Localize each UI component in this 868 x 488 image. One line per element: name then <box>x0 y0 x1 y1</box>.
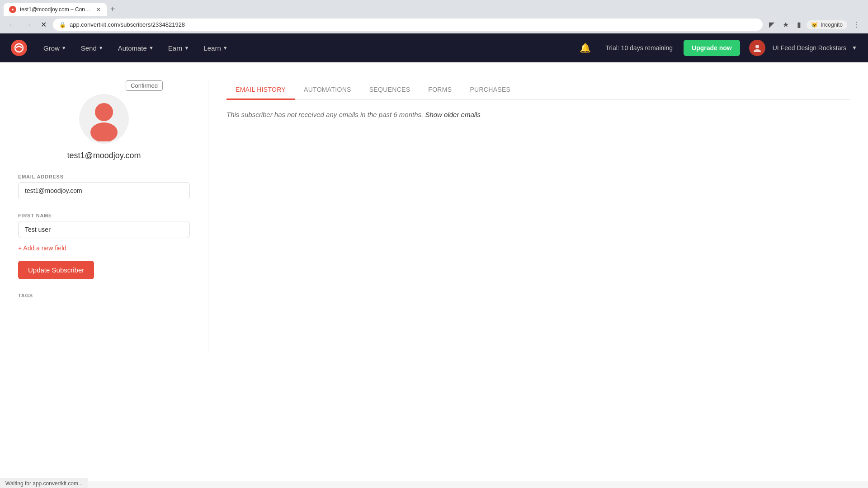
browser-chrome: ● test1@moodjoy.com – ConvertKi ✕ + ← → … <box>0 0 868 33</box>
subscriber-avatar-area: Confirmed test1@moodjoy.com <box>18 80 190 160</box>
tab-purchases[interactable]: PURCHASES <box>461 80 519 100</box>
reload-button[interactable]: ✕ <box>38 19 49 31</box>
first-name-label: FIRST NAME <box>18 213 190 218</box>
browser-nav-bar: ← → ✕ 🔒 app.convertkit.com/subscribers/2… <box>0 16 868 33</box>
learn-chevron-icon: ▼ <box>223 45 228 51</box>
update-subscriber-button[interactable]: Update Subscriber <box>18 261 94 279</box>
incognito-badge: 😿 Incognito <box>807 20 847 29</box>
tabs-row: EMAIL HISTORY AUTOMATIONS SEQUENCES FORM… <box>226 80 850 100</box>
nav-learn-label: Learn <box>203 44 221 52</box>
notifications-bell-icon[interactable]: 🔔 <box>576 39 594 57</box>
nav-grow-label: Grow <box>43 44 60 52</box>
app-logo[interactable] <box>11 40 27 56</box>
subscriber-sidebar: Confirmed test1@moodjoy.com EMAIL ADDRES… <box>18 80 208 352</box>
email-history-empty-text: This subscriber has not received any ema… <box>226 111 423 118</box>
nav-grow[interactable]: Grow ▼ <box>38 41 72 56</box>
trial-text: Trial: 10 days remaining <box>605 44 673 52</box>
earn-chevron-icon: ▼ <box>184 45 189 51</box>
svg-point-0 <box>15 44 23 52</box>
app-nav: Grow ▼ Send ▼ Automate ▼ Earn ▼ Learn ▼ … <box>0 33 868 62</box>
nav-send[interactable]: Send ▼ <box>75 41 109 56</box>
add-field-link[interactable]: + Add a new field <box>18 244 190 252</box>
tab-close-icon[interactable]: ✕ <box>96 6 101 13</box>
tab-favicon: ● <box>9 6 16 13</box>
user-name: UI Feed Design Rockstars <box>773 44 846 52</box>
tab-forms[interactable]: FORMS <box>419 80 461 100</box>
email-address-input[interactable] <box>18 182 190 199</box>
grow-chevron-icon: ▼ <box>61 45 66 51</box>
first-name-input[interactable] <box>18 221 190 238</box>
tab-email-history[interactable]: EMAIL HISTORY <box>226 80 295 100</box>
sidebar-icon[interactable]: ▮ <box>794 19 804 31</box>
nav-earn-label: Earn <box>168 44 183 52</box>
email-history-empty-msg: This subscriber has not received any ema… <box>226 111 850 118</box>
nav-learn[interactable]: Learn ▼ <box>198 41 233 56</box>
new-tab-button[interactable]: + <box>107 3 119 16</box>
menu-icon[interactable]: ⋮ <box>850 19 863 31</box>
lock-icon: 🔒 <box>59 22 66 28</box>
nav-send-label: Send <box>81 44 97 52</box>
avatar[interactable] <box>749 40 765 56</box>
address-bar[interactable]: 🔒 app.convertkit.com/subscribers/2334821… <box>53 19 763 31</box>
bookmark-icon[interactable]: ★ <box>780 19 792 31</box>
user-menu-chevron-icon[interactable]: ▼ <box>852 45 857 51</box>
nav-automate[interactable]: Automate ▼ <box>113 41 159 56</box>
email-address-field-group: EMAIL ADDRESS <box>18 174 190 199</box>
back-button[interactable]: ← <box>5 19 18 31</box>
show-older-emails-link[interactable]: Show older emails <box>425 111 481 118</box>
tab-sequences[interactable]: SEQUENCES <box>360 80 420 100</box>
svg-point-3 <box>90 122 118 141</box>
app-wrapper: Grow ▼ Send ▼ Automate ▼ Earn ▼ Learn ▼ … <box>0 33 868 481</box>
svg-point-1 <box>755 45 759 48</box>
tab-title: test1@moodjoy.com – ConvertKi <box>20 6 92 13</box>
trial-info: Trial: 10 days remaining <box>605 44 673 52</box>
browser-titlebar: ● test1@moodjoy.com – ConvertKi ✕ + <box>0 0 868 16</box>
incognito-icon: 😿 <box>811 22 818 28</box>
browser-toolbar-icons: ◤ ★ ▮ 😿 Incognito ⋮ <box>766 19 863 31</box>
send-chevron-icon: ▼ <box>99 45 104 51</box>
url-text: app.convertkit.com/subscribers/233482192… <box>70 21 756 28</box>
email-address-label: EMAIL ADDRESS <box>18 174 190 179</box>
page-content: Confirmed test1@moodjoy.com EMAIL ADDRES… <box>0 62 868 352</box>
nav-earn[interactable]: Earn ▼ <box>163 41 195 56</box>
upgrade-button[interactable]: Upgrade now <box>684 40 740 56</box>
subscriber-avatar-img <box>79 94 129 144</box>
forward-button[interactable]: → <box>22 19 34 31</box>
confirmed-label: Confirmed <box>131 82 158 89</box>
statusbar-text: Waiting for app.convertkit.com... <box>5 480 83 481</box>
tab-automations[interactable]: AUTOMATIONS <box>295 80 360 100</box>
browser-tab-active[interactable]: ● test1@moodjoy.com – ConvertKi ✕ <box>4 3 107 16</box>
subscriber-main: EMAIL HISTORY AUTOMATIONS SEQUENCES FORM… <box>208 80 850 352</box>
incognito-label: Incognito <box>821 22 843 28</box>
first-name-field-group: FIRST NAME <box>18 213 190 238</box>
browser-statusbar: Waiting for app.convertkit.com... <box>0 479 88 481</box>
subscriber-email-display: test1@moodjoy.com <box>67 151 141 160</box>
automate-chevron-icon: ▼ <box>149 45 154 51</box>
confirmed-badge: Confirmed <box>126 80 163 91</box>
svg-point-2 <box>95 103 113 121</box>
tags-section-label: TAGS <box>18 293 190 298</box>
nav-automate-label: Automate <box>118 44 147 52</box>
cast-icon[interactable]: ◤ <box>766 19 777 31</box>
